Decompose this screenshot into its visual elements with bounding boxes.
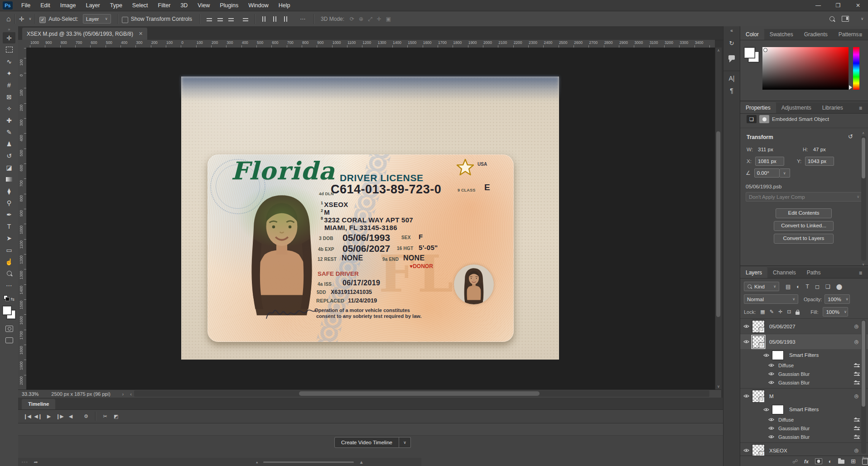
tab-color[interactable]: Color [740, 29, 764, 40]
visibility-eye-icon[interactable] [743, 324, 749, 328]
layer-row[interactable]: ❏05/06/2027◎∨ [740, 318, 868, 334]
layer-effects-fx-icon[interactable]: fx [804, 459, 809, 464]
split-clip-icon[interactable]: ✂ [100, 413, 111, 419]
filter-mask-thumbnail[interactable] [772, 351, 784, 360]
filter-name[interactable]: Diffuse [778, 363, 794, 368]
filter-name[interactable]: Gaussian Blur [778, 434, 810, 440]
quick-mask-button[interactable] [5, 326, 13, 332]
scroll-down-icon[interactable]: ∨ [715, 384, 722, 389]
smart-filters-row[interactable]: Smart Filters [740, 349, 868, 361]
smart-filter-indicator-icon[interactable]: ◎ [854, 339, 859, 345]
properties-panel-menu-icon[interactable]: ≡ [859, 105, 866, 111]
character-panel-icon[interactable]: A| [723, 71, 740, 82]
gradient-tool-icon[interactable] [3, 173, 15, 185]
filter-options-icon[interactable] [854, 363, 860, 368]
layers-panel-menu-icon[interactable]: ≡ [859, 270, 866, 276]
visibility-eye-icon[interactable] [743, 340, 749, 344]
layer-name[interactable]: 05/06/2027 [769, 324, 796, 329]
smart-filter-indicator-icon[interactable]: ◎ [854, 323, 859, 329]
scroll-left-icon[interactable]: ‹ [130, 391, 132, 397]
layer-thumbnail[interactable]: ❏ [752, 320, 765, 333]
hue-strip[interactable] [853, 47, 859, 90]
foreground-color-swatch[interactable] [2, 306, 12, 315]
edit-contents-button[interactable]: Edit Contents [776, 208, 832, 218]
minimize-icon[interactable]: — [808, 0, 828, 11]
visibility-eye-icon[interactable] [768, 418, 774, 422]
shape-tool-icon[interactable]: ▭ [3, 244, 15, 255]
horizontal-scrollbar[interactable] [134, 390, 709, 397]
hand-tool-icon[interactable]: ☝ [3, 256, 15, 267]
dodge-tool-icon[interactable]: ⚲ [3, 197, 15, 208]
move-tool-icon[interactable]: ✛ [3, 32, 15, 43]
type-filter-icon[interactable]: T [806, 283, 809, 290]
filter-options-icon[interactable] [854, 426, 860, 431]
collapse-panels-icon[interactable]: « [723, 28, 740, 33]
layer-name[interactable]: M [769, 394, 774, 399]
tab-layers[interactable]: Layers [740, 267, 767, 278]
color-panel-menu-icon[interactable]: ≡ [859, 32, 866, 38]
filter-row[interactable]: Gaussian Blur [740, 370, 868, 378]
visibility-eye-icon[interactable] [763, 353, 769, 357]
layer-name[interactable]: XSEOX [769, 448, 787, 453]
tab-swatches[interactable]: Swatches [764, 29, 799, 40]
filter-row[interactable]: Gaussian Blur [740, 378, 868, 387]
menu-file[interactable]: File [16, 0, 35, 11]
marquee-tool-icon[interactable] [3, 44, 15, 55]
zoom-out-icon[interactable]: ▲ [256, 461, 259, 464]
filter-toggle-icon[interactable]: ⬤ [836, 283, 842, 290]
screen-mode-button[interactable] [5, 337, 13, 343]
menu-edit[interactable]: Edit [35, 0, 55, 11]
first-frame-icon[interactable]: ❙◀ [22, 413, 33, 419]
filter-options-icon[interactable] [854, 435, 860, 439]
filter-row[interactable]: Diffuse [740, 415, 868, 424]
timeline-type-chevron-icon[interactable]: ∨ [399, 437, 411, 448]
vertical-scrollbar[interactable]: ∧ ∨ [715, 48, 722, 389]
next-frame-icon[interactable]: ❙▶ [54, 413, 65, 419]
layer-row[interactable]: ❏05/06/1993◎∧ [740, 334, 868, 349]
visibility-eye-icon[interactable] [763, 408, 769, 412]
align-bottom-icon[interactable] [284, 16, 289, 22]
visibility-eye-icon[interactable] [768, 380, 774, 384]
layer-group-icon[interactable] [838, 460, 844, 464]
menu-plugins[interactable]: Plugins [215, 0, 243, 11]
create-video-timeline-button[interactable]: Create Video Timeline [334, 437, 399, 448]
visibility-eye-icon[interactable] [768, 363, 774, 367]
paragraph-panel-icon[interactable]: ¶ [723, 87, 740, 94]
play-icon[interactable]: ▶ [43, 413, 54, 419]
more-tools-icon[interactable]: ⋯ [3, 279, 15, 291]
eyedropper-tool-icon[interactable]: ✧ [3, 103, 15, 114]
menu-window[interactable]: Window [243, 0, 273, 11]
close-icon[interactable]: ✕ [848, 0, 868, 11]
layer-thumbnail[interactable]: ❏ [752, 336, 765, 348]
auto-select-checkbox[interactable]: ✓ [39, 17, 46, 23]
filter-mask-thumbnail[interactable] [772, 405, 784, 414]
visibility-eye-icon[interactable] [768, 426, 774, 430]
3d-mode-icons[interactable]: ⟳⊕⤢✛▣ [350, 16, 395, 22]
eraser-tool-icon[interactable]: ◪ [3, 162, 15, 173]
layer-thumbnail[interactable]: ❏ [752, 390, 765, 403]
toolbar-overflow-icon[interactable]: » [0, 26, 18, 32]
h-value[interactable]: 47 px [813, 147, 826, 152]
horizontal-scroll-thumb[interactable] [299, 391, 540, 396]
menu-help[interactable]: Help [274, 0, 295, 11]
vertical-scroll-thumb[interactable] [716, 131, 720, 317]
home-icon[interactable]: ⌂ [6, 15, 11, 23]
color-picker-marker[interactable] [763, 48, 767, 52]
menu-layer[interactable]: Layer [81, 0, 105, 11]
layer-mask-icon[interactable] [815, 458, 822, 464]
opacity-input[interactable]: 100%∨ [825, 294, 850, 304]
history-brush-tool-icon[interactable]: ↺ [3, 150, 15, 161]
canvas-area[interactable]: FL Florida USA DRIVER LICENSE 4d DLN C61… [26, 48, 715, 389]
menu-filter[interactable]: Filter [153, 0, 176, 11]
menu-view[interactable]: View [193, 0, 215, 11]
layer-row[interactable]: ❏M◎∧ [740, 388, 868, 404]
tab-paths[interactable]: Paths [801, 267, 826, 278]
filter-options-icon[interactable] [854, 380, 860, 385]
saturation-brightness-field[interactable] [762, 47, 849, 90]
timeline-tab[interactable]: Timeline [22, 399, 55, 409]
lock-position-icon[interactable]: ✛ [778, 309, 782, 315]
adjustment-layer-icon[interactable]: ◐ [829, 458, 832, 465]
status-menu-chevron-icon[interactable]: › [122, 391, 124, 397]
visibility-eye-icon[interactable] [743, 448, 749, 452]
show-transform-checkbox[interactable] [122, 17, 128, 23]
